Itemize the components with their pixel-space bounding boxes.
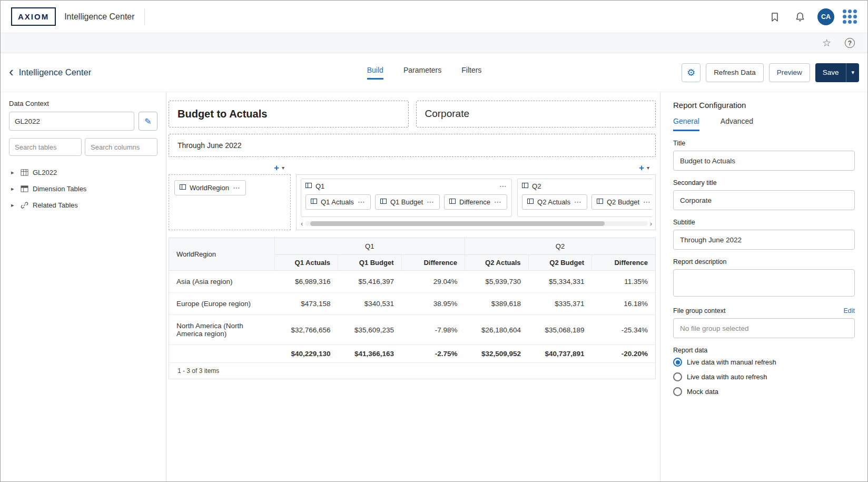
chip-menu-icon[interactable]: ⋯: [574, 200, 582, 204]
columns-drop-zone[interactable]: Q1 ⋯ Q1 Actuals ⋯: [296, 174, 656, 230]
file-group-edit-link[interactable]: Edit: [843, 307, 855, 314]
table-cell: $26,180,604: [465, 315, 529, 345]
preview-button[interactable]: Preview: [769, 63, 810, 82]
scrollbar-thumb[interactable]: [310, 221, 605, 226]
field-chip-label: Q1 Actuals: [321, 198, 354, 206]
row-label: Europe (Europe region): [169, 293, 274, 315]
settings-gear-button[interactable]: ⚙: [682, 63, 701, 82]
chip-menu-icon[interactable]: ⋯: [427, 200, 435, 204]
table-column-header: Q2 Actuals: [465, 255, 529, 271]
table-cell: $40,229,130: [274, 345, 338, 363]
column-icon: [311, 198, 317, 206]
table-cell: -20.20%: [592, 345, 656, 363]
tab-parameters[interactable]: Parameters: [403, 66, 441, 80]
group-menu-icon[interactable]: ⋯: [499, 184, 507, 188]
field-chip-q2-actuals[interactable]: Q2 Actuals ⋯: [522, 194, 587, 210]
table-cell: $35,609,235: [338, 315, 402, 345]
columns-scrollbar[interactable]: ‹ ›: [301, 220, 652, 228]
column-icon: [597, 198, 603, 206]
edit-data-context-button[interactable]: ✎: [139, 112, 157, 131]
radio-icon[interactable]: [673, 387, 682, 396]
scroll-right-icon[interactable]: ›: [650, 220, 652, 227]
table-pagination-status: 1 - 3 of 3 items: [169, 362, 655, 379]
report-subtitle-block[interactable]: Through June 2022: [169, 134, 656, 157]
column-group-icon: [522, 182, 528, 190]
notifications-bell-icon[interactable]: [791, 8, 809, 26]
table-cell: -25.34%: [592, 315, 656, 345]
data-context-input[interactable]: [9, 112, 134, 131]
radio-mock-data[interactable]: Mock data: [673, 387, 855, 396]
report-toolbar: ‹ Intelligence Center Build Parameters F…: [1, 53, 867, 92]
tree-item-label: Related Tables: [33, 201, 78, 209]
column-group-q1[interactable]: Q1 ⋯ Q1 Actuals ⋯: [301, 179, 512, 217]
report-description-input[interactable]: [673, 269, 855, 297]
chip-menu-icon[interactable]: ⋯: [494, 200, 502, 204]
table-group-header-q2: Q2: [465, 238, 656, 255]
table-row: North America (North America region) $32…: [169, 315, 655, 345]
radio-live-data-manual-refresh[interactable]: Live data with manual refresh: [673, 358, 855, 367]
table-cell: -2.75%: [401, 345, 465, 363]
table-column-header: Difference: [401, 255, 465, 271]
rows-drop-zone[interactable]: WorldRegion ⋯: [169, 174, 291, 230]
report-secondary-title-block[interactable]: Corporate: [416, 101, 656, 127]
expand-caret-icon[interactable]: ▸: [11, 185, 16, 192]
data-context-label: Data Context: [9, 100, 157, 107]
save-button[interactable]: Save: [815, 68, 846, 76]
field-chip-worldregion[interactable]: WorldRegion ⋯: [174, 180, 246, 195]
file-group-input[interactable]: [673, 318, 855, 338]
radio-live-data-auto-refresh[interactable]: Live data with auto refresh: [673, 372, 855, 381]
tree-item-gl2022[interactable]: ▸ GL2022: [9, 164, 157, 181]
tree-item-dimension-tables[interactable]: ▸ Dimension Tables: [9, 181, 157, 197]
table-cell: $6,989,316: [274, 271, 338, 293]
scrollbar-track[interactable]: [305, 221, 647, 226]
bookmark-icon[interactable]: [766, 8, 784, 26]
table-icon: [21, 169, 28, 176]
radio-icon[interactable]: [673, 372, 682, 381]
field-chip-q2-budget[interactable]: Q2 Budget ⋯: [591, 194, 652, 210]
chip-menu-icon[interactable]: ⋯: [233, 185, 241, 190]
table-cell: $5,939,730: [465, 271, 529, 293]
favorite-star-icon[interactable]: ☆: [822, 37, 831, 49]
table-cell: $340,531: [338, 293, 402, 315]
help-icon[interactable]: ?: [845, 38, 855, 48]
add-row-field-button[interactable]: + ▾: [274, 163, 291, 172]
report-data-field-label: Report data: [673, 347, 855, 354]
field-chip-q1-actuals[interactable]: Q1 Actuals ⋯: [305, 194, 371, 210]
expand-caret-icon[interactable]: ▸: [11, 202, 16, 209]
table-total-row: $40,229,130 $41,366,163 -2.75% $32,509,9…: [169, 345, 655, 363]
title-input[interactable]: [673, 151, 855, 171]
radio-selected-icon[interactable]: [673, 358, 682, 367]
search-tables-input[interactable]: [9, 138, 82, 156]
save-dropdown-icon[interactable]: ▾: [846, 69, 859, 76]
tree-item-label: GL2022: [33, 169, 57, 176]
back-link[interactable]: ‹ Intelligence Center: [9, 67, 167, 78]
add-column-field-button[interactable]: + ▾: [639, 163, 656, 172]
column-icon: [180, 184, 186, 192]
title-field-label: Title: [673, 140, 855, 147]
report-title-block[interactable]: Budget to Actuals: [169, 101, 409, 127]
field-chip-q1-budget[interactable]: Q1 Budget ⋯: [375, 194, 440, 210]
tab-filters[interactable]: Filters: [461, 66, 481, 80]
mode-tabs: Build Parameters Filters: [167, 66, 682, 80]
column-group-q2[interactable]: Q2 ⋯ Q2 Actuals ⋯: [517, 179, 652, 217]
field-chip-label: Q2 Budget: [607, 198, 639, 206]
column-group-label: Q2: [532, 182, 541, 190]
tree-item-related-tables[interactable]: ▸ Related Tables: [9, 197, 157, 213]
chip-menu-icon[interactable]: ⋯: [643, 200, 651, 204]
table-cell: -7.98%: [401, 315, 465, 345]
chip-menu-icon[interactable]: ⋯: [358, 200, 366, 204]
user-avatar[interactable]: CA: [817, 8, 834, 25]
scroll-left-icon[interactable]: ‹: [301, 220, 303, 227]
secondary-title-input[interactable]: [673, 190, 855, 210]
app-launcher-icon[interactable]: [843, 9, 857, 24]
refresh-data-button[interactable]: Refresh Data: [706, 63, 764, 82]
save-split-button[interactable]: Save ▾: [815, 63, 859, 82]
field-chip-q1-difference[interactable]: Difference ⋯: [444, 194, 507, 210]
plus-icon: +: [639, 163, 644, 172]
subtitle-input[interactable]: [673, 230, 855, 250]
expand-caret-icon[interactable]: ▸: [11, 169, 16, 176]
tab-general[interactable]: General: [673, 117, 699, 131]
tab-build[interactable]: Build: [367, 66, 383, 80]
search-columns-input[interactable]: [85, 138, 157, 156]
tab-advanced[interactable]: Advanced: [721, 117, 753, 131]
